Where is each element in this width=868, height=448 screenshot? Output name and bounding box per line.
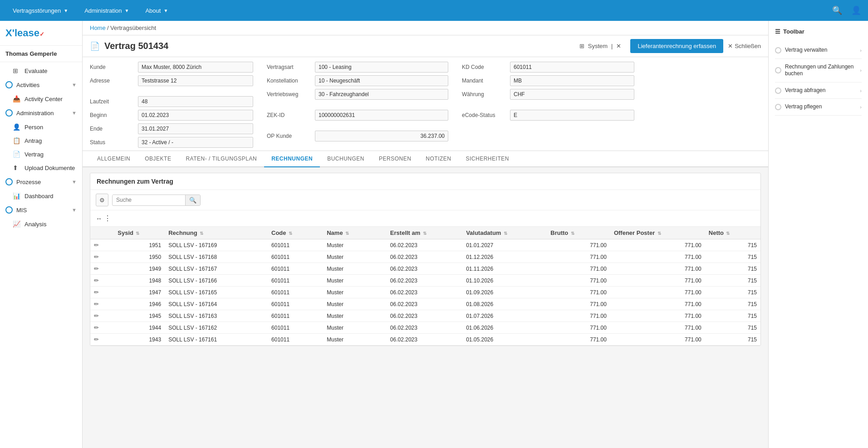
col-header-code[interactable]: Code ⇅ bbox=[268, 227, 323, 239]
sidebar-item-vertrag[interactable]: 📄 Vertrag bbox=[0, 147, 82, 161]
toolbar-item-rechnungen-buchen[interactable]: Rechnungen und Zahlungen buchen › bbox=[775, 59, 862, 83]
ende-input[interactable] bbox=[138, 123, 253, 134]
kunde-label: Kunde bbox=[90, 64, 135, 70]
edit-button[interactable]: ✏ bbox=[94, 289, 99, 296]
tab-rechnungen[interactable]: RECHNUNGEN bbox=[264, 151, 320, 167]
rechnungen-table: Sysid ⇅ Rechnung ⇅ Code ⇅ bbox=[90, 227, 760, 346]
edit-cell: ✏ bbox=[90, 334, 114, 346]
kunde-input[interactable] bbox=[138, 62, 253, 73]
cell-erstellt: 06.02.2023 bbox=[387, 239, 462, 251]
sort-icon: ⇅ bbox=[345, 231, 349, 236]
table-row: ✏ 1943 SOLL LSV - 167161 601011 Muster 0… bbox=[90, 334, 760, 346]
sort-icon: ⇅ bbox=[289, 231, 292, 236]
sidebar-item-antrag[interactable]: 📋 Antrag bbox=[0, 134, 82, 147]
edit-button[interactable]: ✏ bbox=[94, 265, 99, 272]
nav-item-administration[interactable]: Administration ▼ bbox=[76, 0, 137, 21]
mandant-input[interactable] bbox=[510, 75, 634, 86]
tab-sicherheiten[interactable]: SICHERHEITEN bbox=[459, 151, 516, 167]
breadcrumb-home[interactable]: Home bbox=[90, 24, 106, 31]
tab-notizen[interactable]: NOTIZEN bbox=[418, 151, 458, 167]
search-submit-button[interactable]: 🔍 bbox=[185, 195, 200, 205]
close-button[interactable]: ✕ Schließen bbox=[728, 43, 761, 49]
wahrung-input[interactable] bbox=[510, 89, 634, 100]
konstellation-input[interactable] bbox=[315, 75, 448, 86]
cell-netto: 715 bbox=[705, 275, 760, 287]
col-header-rechnung[interactable]: Rechnung ⇅ bbox=[165, 227, 268, 239]
laufzeit-input[interactable] bbox=[138, 96, 253, 107]
edit-button[interactable]: ✏ bbox=[94, 253, 99, 260]
cell-brutto: 771.00 bbox=[547, 275, 610, 287]
search-input[interactable] bbox=[113, 195, 185, 205]
edit-button[interactable]: ✏ bbox=[94, 336, 99, 343]
tab-buchungen[interactable]: BUCHUNGEN bbox=[320, 151, 372, 167]
search-box: 🔍 bbox=[112, 195, 201, 206]
beginn-input[interactable] bbox=[138, 110, 253, 121]
cell-netto: 715 bbox=[705, 322, 760, 334]
nav-item-about[interactable]: About ▼ bbox=[137, 0, 176, 21]
tab-raten[interactable]: RATEN- / TILGUNGSPLAN bbox=[178, 151, 264, 167]
toolbar-item-vertrag-pflegen[interactable]: Vertrag pflegen › bbox=[775, 99, 862, 116]
edit-button[interactable]: ✏ bbox=[94, 277, 99, 284]
sidebar-item-upload[interactable]: ⬆ Upload Dokumente bbox=[0, 161, 82, 175]
adresse-input[interactable] bbox=[138, 75, 253, 86]
chevron-down-icon: ▼ bbox=[72, 82, 77, 88]
tab-objekte[interactable]: OBJEKTE bbox=[137, 151, 178, 167]
col-header-name[interactable]: Name ⇅ bbox=[323, 227, 387, 239]
sidebar-item-activity-center[interactable]: 📥 Activity Center bbox=[0, 92, 82, 106]
toolbar-item-vertrag-abfragen[interactable]: Vertrag abfragen › bbox=[775, 83, 862, 99]
kd-code-input[interactable] bbox=[510, 62, 634, 73]
toolbar-item-vertrag-verwalten[interactable]: Vertrag verwalten › bbox=[775, 42, 862, 59]
col-header-netto[interactable]: Netto ⇅ bbox=[705, 227, 760, 239]
ecode-status-input[interactable] bbox=[510, 110, 634, 121]
col-header-offener[interactable]: Offener Poster ⇅ bbox=[610, 227, 705, 239]
tab-allgemein[interactable]: ALLGEMEIN bbox=[90, 151, 137, 167]
column-menu-icon[interactable]: ⋮ bbox=[104, 214, 111, 223]
cell-valuta: 01.12.2026 bbox=[462, 251, 547, 263]
field-op-kunde: OP Kunde bbox=[267, 131, 448, 141]
col-header-brutto[interactable]: Brutto ⇅ bbox=[547, 227, 610, 239]
edit-button[interactable]: ✏ bbox=[94, 312, 99, 319]
content-area: Home / Vertragsübersicht 📄 Vertrag 50143… bbox=[83, 21, 768, 448]
expand-icon[interactable]: ↔ bbox=[96, 215, 102, 222]
dropdown-icon: ▼ bbox=[163, 8, 168, 13]
vertragsart-input[interactable] bbox=[315, 62, 448, 73]
cell-netto: 715 bbox=[705, 239, 760, 251]
cell-brutto: 771.00 bbox=[547, 287, 610, 298]
col-header-sysid[interactable]: Sysid ⇅ bbox=[114, 227, 165, 239]
vertriebsweg-input[interactable] bbox=[315, 89, 448, 100]
zek-id-input[interactable] bbox=[315, 110, 448, 121]
edit-button[interactable]: ✏ bbox=[94, 301, 99, 307]
op-kunde-input[interactable] bbox=[315, 131, 448, 141]
zek-id-label: ZEK-ID bbox=[267, 112, 312, 118]
sidebar-group-administration[interactable]: Administration ▼ bbox=[0, 106, 82, 120]
col-header-erstellt[interactable]: Erstellt am ⇅ bbox=[387, 227, 462, 239]
radio-icon bbox=[775, 104, 781, 110]
edit-button[interactable]: ✏ bbox=[94, 242, 99, 248]
search-icon[interactable]: 🔍 bbox=[830, 3, 844, 18]
user-icon[interactable]: 👤 bbox=[849, 3, 863, 18]
sidebar-item-dashboard[interactable]: 📊 Dashboard bbox=[0, 189, 82, 203]
sidebar-item-analysis[interactable]: 📈 Analysis bbox=[0, 217, 82, 231]
cell-offener: 771.00 bbox=[610, 310, 705, 322]
sidebar-item-person[interactable]: 👤 Person bbox=[0, 120, 82, 134]
settings-button[interactable]: ⚙ bbox=[96, 194, 108, 206]
close-icon: ✕ bbox=[728, 43, 733, 49]
form-columns: Kunde Adresse Laufzeit Beginn bbox=[90, 62, 761, 148]
col-header-valuta[interactable]: Valutadatum ⇅ bbox=[462, 227, 547, 239]
nav-icons: 🔍 👤 bbox=[830, 3, 863, 18]
sidebar-item-evaluate[interactable]: ⊞ Evaluate bbox=[0, 64, 82, 78]
sort-icon: ⇅ bbox=[423, 231, 427, 236]
inbox-icon: 📥 bbox=[13, 95, 21, 102]
adresse-label: Adresse bbox=[90, 78, 135, 84]
edit-button[interactable]: ✏ bbox=[94, 324, 99, 331]
tab-personen[interactable]: PERSONEN bbox=[372, 151, 418, 167]
cell-rechnung: SOLL LSV - 167166 bbox=[165, 275, 268, 287]
sidebar-group-prozesse[interactable]: Prozesse ▼ bbox=[0, 175, 82, 189]
sidebar-group-activities[interactable]: Activities ▼ bbox=[0, 78, 82, 92]
top-navigation: Vertragsstörungen ▼ Administration ▼ Abo… bbox=[0, 0, 868, 21]
sidebar-group-mis[interactable]: MIS ▼ bbox=[0, 203, 82, 217]
cell-sysid: 1943 bbox=[114, 334, 165, 346]
status-input[interactable] bbox=[138, 137, 253, 148]
nav-item-vertragsstorungen[interactable]: Vertragsstörungen ▼ bbox=[5, 0, 76, 21]
lieferantenrechnung-button[interactable]: Lieferantenrechnung erfassen bbox=[630, 39, 723, 53]
